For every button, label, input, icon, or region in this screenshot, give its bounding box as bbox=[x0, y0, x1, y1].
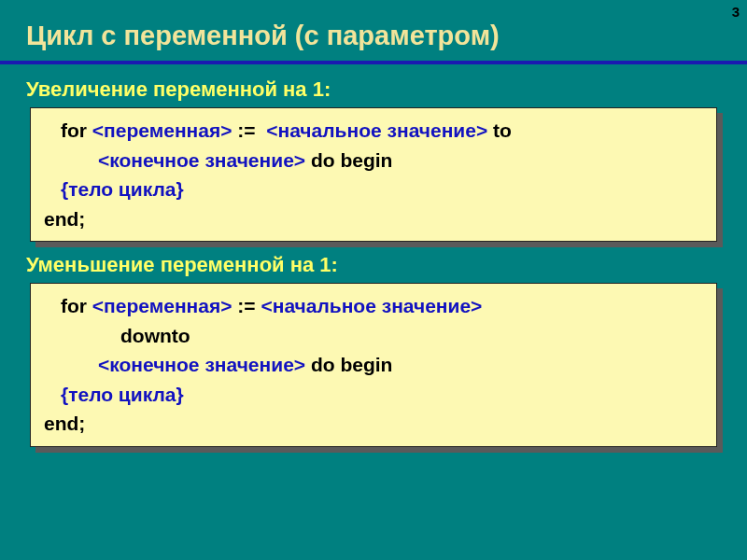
placeholder-body: {тело цикла} bbox=[61, 384, 184, 405]
keyword-for: for bbox=[61, 295, 87, 316]
code-line: {тело цикла} bbox=[44, 175, 703, 204]
code-line: for <переменная> := <начальное значение> bbox=[44, 291, 703, 321]
code-box: for <переменная> := <начальное значение>… bbox=[30, 283, 717, 447]
keyword-end: end; bbox=[44, 413, 85, 434]
placeholder-start: <начальное значение> bbox=[261, 295, 482, 316]
code-line: {тело цикла} bbox=[44, 380, 703, 410]
title-rule bbox=[0, 61, 747, 64]
page-number: 3 bbox=[732, 4, 740, 20]
operator-assign: := bbox=[237, 119, 255, 141]
code-block-decrease: for <переменная> := <начальное значение>… bbox=[30, 283, 717, 447]
code-line: end; bbox=[44, 204, 703, 234]
slide-content: Цикл с переменной (с параметром) Увеличе… bbox=[0, 0, 747, 447]
slide-title: Цикл с переменной (с параметром) bbox=[26, 21, 721, 61]
placeholder-var: <переменная> bbox=[92, 295, 233, 316]
operator-assign: := bbox=[237, 295, 255, 316]
keyword-for: for bbox=[61, 119, 87, 141]
keyword-do-begin: do begin bbox=[311, 149, 393, 171]
placeholder-var: <переменная> bbox=[92, 119, 233, 141]
section-label-increase: Увеличение переменной на 1: bbox=[26, 77, 721, 102]
code-box: for <переменная> := <начальное значение>… bbox=[30, 107, 717, 242]
keyword-downto: downto bbox=[120, 325, 190, 346]
code-line: end; bbox=[44, 409, 703, 439]
code-line: <конечное значение> do begin bbox=[44, 146, 703, 175]
placeholder-end: <конечное значение> bbox=[98, 354, 305, 375]
placeholder-start: <начальное значение> bbox=[266, 119, 487, 141]
placeholder-body: {тело цикла} bbox=[61, 178, 184, 200]
placeholder-end: <конечное значение> bbox=[98, 149, 305, 171]
code-line: <конечное значение> do begin bbox=[44, 350, 703, 380]
keyword-to: to bbox=[493, 119, 512, 141]
code-block-increase: for <переменная> := <начальное значение>… bbox=[30, 107, 717, 242]
code-line: downto bbox=[44, 321, 703, 351]
keyword-end: end; bbox=[44, 208, 85, 230]
code-line: for <переменная> := <начальное значение>… bbox=[44, 116, 703, 146]
section-label-decrease: Уменьшение переменной на 1: bbox=[26, 253, 721, 277]
keyword-do-begin: do begin bbox=[311, 354, 393, 375]
